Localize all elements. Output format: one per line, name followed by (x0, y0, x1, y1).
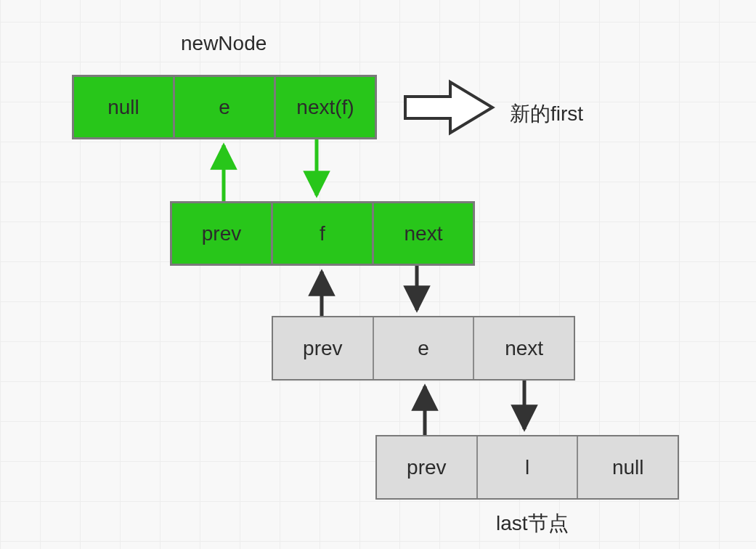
node-last-next: null (578, 436, 678, 498)
node-e-prev: prev (273, 317, 374, 379)
node-f-prev: prev (172, 203, 273, 264)
node-f: prev f next (170, 201, 475, 266)
node-last: prev l null (375, 435, 679, 500)
node-last-prev: prev (377, 436, 478, 498)
node-e-next: next (474, 317, 574, 379)
label-lastnode: last节点 (496, 510, 569, 537)
node-new-val: e (175, 77, 276, 137)
node-e-val: e (374, 317, 475, 379)
node-new: null e next(f) (72, 75, 377, 139)
node-new-prev: null (74, 77, 175, 137)
label-newnode: newNode (181, 32, 267, 55)
node-last-val: l (478, 436, 579, 498)
big-arrow-icon (405, 82, 492, 133)
node-f-next: next (374, 203, 473, 264)
node-new-next: next(f) (276, 77, 375, 137)
label-newfirst: 新的first (510, 100, 583, 128)
node-e: prev e next (272, 316, 575, 381)
node-f-val: f (273, 203, 374, 264)
